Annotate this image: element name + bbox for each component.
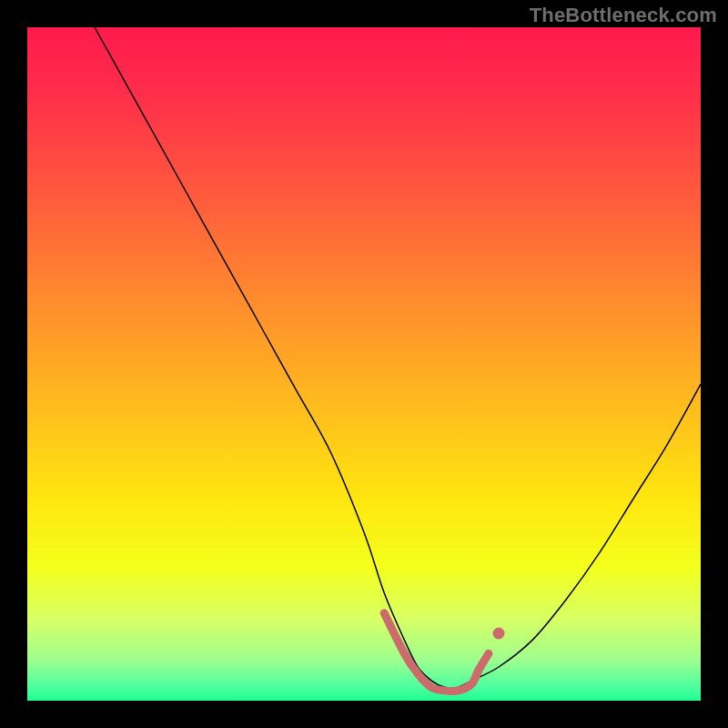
valley-highlight-series bbox=[384, 613, 504, 692]
curve-series bbox=[95, 27, 701, 688]
bottleneck-chart bbox=[27, 27, 701, 701]
chart-svg bbox=[27, 27, 701, 701]
chart-frame: TheBottleneck.com bbox=[0, 0, 728, 728]
svg-point-0 bbox=[493, 628, 505, 640]
watermark-text: TheBottleneck.com bbox=[530, 4, 717, 27]
